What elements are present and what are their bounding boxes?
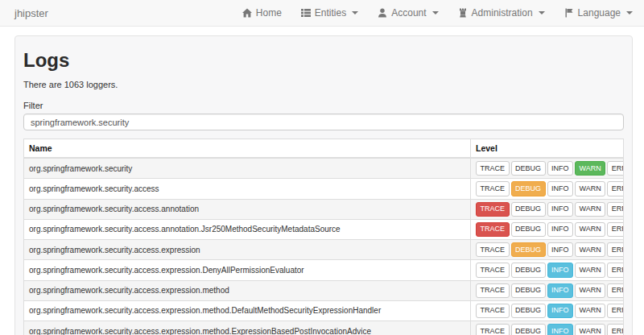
chevron-down-icon — [626, 11, 633, 14]
nav-item-label: Administration — [472, 7, 533, 19]
level-button-error[interactable]: ERROR — [607, 181, 623, 196]
level-button-error[interactable]: ERROR — [607, 304, 623, 318]
logger-name: org.springframework.security.access.anno… — [24, 199, 471, 219]
level-button-info[interactable]: INFO — [547, 324, 574, 335]
logger-name: org.springframework.security — [24, 158, 471, 179]
logger-name: org.springframework.security.access.expr… — [24, 240, 471, 260]
nav-item-home[interactable]: Home — [242, 7, 282, 19]
level-button-info[interactable]: INFO — [547, 181, 574, 196]
level-button-debug[interactable]: DEBUG — [511, 222, 546, 237]
tower-icon — [458, 8, 468, 18]
level-button-info[interactable]: INFO — [547, 263, 574, 277]
logger-name: org.springframework.security.access.expr… — [24, 280, 471, 300]
level-button-trace[interactable]: TRACE — [476, 202, 510, 217]
nav-item-label: Entities — [315, 7, 346, 19]
level-button-error[interactable]: ERROR — [607, 222, 623, 237]
level-button-error[interactable]: ERROR — [607, 324, 623, 335]
level-button-info[interactable]: INFO — [547, 202, 574, 217]
level-button-warn[interactable]: WARN — [575, 304, 605, 318]
logs-table: Name Level org.springframework.securityT… — [23, 139, 624, 335]
nav-item-account[interactable]: Account — [378, 7, 438, 19]
table-row: org.springframework.security.accessTRACE… — [24, 179, 624, 199]
level-buttons: TRACEDEBUGINFOWARNERROR — [471, 280, 624, 300]
level-button-trace[interactable]: TRACE — [476, 283, 510, 298]
table-row: org.springframework.securityTRACEDEBUGIN… — [24, 158, 624, 179]
level-button-trace[interactable]: TRACE — [476, 181, 510, 196]
level-button-warn[interactable]: WARN — [575, 263, 605, 277]
level-buttons: TRACEDEBUGINFOWARNERROR — [471, 158, 624, 179]
table-row: org.springframework.security.access.expr… — [24, 300, 624, 321]
level-button-error[interactable]: ERROR — [607, 202, 623, 217]
level-button-debug[interactable]: DEBUG — [511, 283, 546, 298]
level-buttons: TRACEDEBUGINFOWARNERROR — [471, 321, 624, 335]
level-button-warn[interactable]: WARN — [575, 242, 605, 257]
nav-item-label: Account — [391, 7, 426, 19]
loggers-count-text: There are 1063 loggers. — [23, 80, 624, 89]
logger-name: org.springframework.security.access.expr… — [24, 300, 471, 321]
column-header-name: Name — [24, 139, 471, 159]
filter-input[interactable] — [23, 114, 624, 130]
level-button-warn[interactable]: WARN — [575, 181, 605, 196]
logger-name: org.springframework.security.access.expr… — [24, 260, 471, 280]
level-button-info[interactable]: INFO — [547, 222, 574, 237]
level-button-error[interactable]: ERROR — [607, 283, 623, 298]
nav-item-entities[interactable]: Entities — [301, 7, 358, 19]
level-button-trace[interactable]: TRACE — [476, 222, 510, 237]
level-buttons: TRACEDEBUGINFOWARNERROR — [471, 300, 624, 321]
level-buttons: TRACEDEBUGINFOWARNERROR — [471, 179, 624, 199]
table-row: org.springframework.security.access.anno… — [24, 219, 624, 239]
level-button-debug[interactable]: DEBUG — [511, 181, 546, 196]
level-buttons: TRACEDEBUGINFOWARNERROR — [471, 219, 624, 239]
level-button-error[interactable]: ERROR — [607, 242, 623, 257]
brand-link[interactable]: jhipster — [14, 7, 48, 19]
level-button-debug[interactable]: DEBUG — [511, 324, 546, 335]
nav-item-language[interactable]: Language — [564, 7, 633, 19]
user-icon — [378, 8, 387, 18]
level-button-info[interactable]: INFO — [547, 304, 574, 318]
nav-item-administration[interactable]: Administration — [458, 7, 545, 19]
table-row: org.springframework.security.access.expr… — [24, 240, 624, 260]
level-button-info[interactable]: INFO — [547, 242, 574, 257]
page-title: Logs — [23, 49, 624, 72]
level-button-info[interactable]: INFO — [547, 161, 574, 176]
level-button-trace[interactable]: TRACE — [476, 263, 510, 277]
table-row: org.springframework.security.access.anno… — [24, 199, 624, 219]
list-icon — [301, 8, 311, 18]
chevron-down-icon — [432, 11, 439, 14]
filter-label: Filter — [23, 101, 624, 110]
level-button-error[interactable]: ERROR — [607, 263, 623, 277]
table-row: org.springframework.security.access.expr… — [24, 280, 624, 300]
logger-name: org.springframework.security.access.anno… — [24, 219, 471, 239]
level-button-warn[interactable]: WARN — [575, 161, 605, 176]
column-header-level: Level — [471, 139, 624, 159]
level-button-warn[interactable]: WARN — [575, 222, 605, 237]
level-button-debug[interactable]: DEBUG — [511, 242, 546, 257]
navbar: jhipster Home Entities — [0, 0, 644, 27]
logs-panel: Logs There are 1063 loggers. Filter Name… — [14, 35, 633, 335]
level-button-debug[interactable]: DEBUG — [511, 304, 546, 318]
level-buttons: TRACEDEBUGINFOWARNERROR — [471, 260, 624, 280]
table-row: org.springframework.security.access.expr… — [24, 260, 624, 280]
logger-name: org.springframework.security.access — [24, 179, 471, 199]
nav-item-label: Home — [256, 7, 282, 19]
level-button-debug[interactable]: DEBUG — [511, 202, 546, 217]
chevron-down-icon — [539, 11, 545, 14]
level-button-error[interactable]: ERROR — [607, 161, 623, 176]
level-button-info[interactable]: INFO — [547, 283, 574, 298]
level-button-trace[interactable]: TRACE — [476, 324, 510, 335]
flag-icon — [564, 8, 574, 18]
level-button-trace[interactable]: TRACE — [476, 242, 510, 257]
chevron-down-icon — [352, 11, 358, 14]
level-button-warn[interactable]: WARN — [575, 324, 605, 335]
level-buttons: TRACEDEBUGINFOWARNERROR — [471, 240, 624, 260]
level-button-trace[interactable]: TRACE — [476, 304, 510, 318]
table-row: org.springframework.security.access.expr… — [24, 321, 624, 335]
home-icon — [242, 8, 252, 18]
level-button-warn[interactable]: WARN — [575, 283, 605, 298]
level-button-trace[interactable]: TRACE — [476, 161, 510, 176]
level-button-warn[interactable]: WARN — [575, 202, 605, 217]
level-button-debug[interactable]: DEBUG — [511, 161, 546, 176]
nav-item-label: Language — [578, 7, 621, 19]
level-buttons: TRACEDEBUGINFOWARNERROR — [471, 199, 624, 219]
level-button-debug[interactable]: DEBUG — [511, 263, 546, 277]
